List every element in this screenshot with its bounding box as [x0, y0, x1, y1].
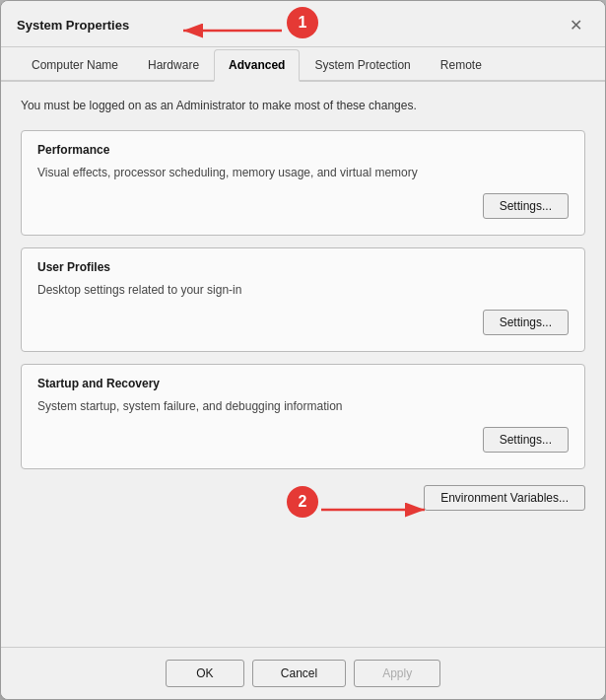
- env-variables-row: Environment Variables...: [21, 485, 585, 511]
- environment-variables-button[interactable]: Environment Variables...: [424, 485, 585, 511]
- window-title: System Properties: [17, 18, 129, 40]
- startup-recovery-title: Startup and Recovery: [37, 377, 569, 390]
- tab-bar: Computer Name Hardware Advanced System P…: [1, 47, 605, 82]
- tab-advanced[interactable]: Advanced: [214, 49, 300, 82]
- ok-button[interactable]: OK: [166, 660, 244, 687]
- user-profiles-desc: Desktop settings related to your sign-in: [37, 282, 569, 299]
- performance-settings-button[interactable]: Settings...: [483, 193, 569, 219]
- tab-computer-name[interactable]: Computer Name: [17, 49, 133, 82]
- tab-content: You must be logged on as an Administrato…: [1, 82, 605, 647]
- tab-hardware[interactable]: Hardware: [133, 49, 214, 82]
- tab-remote[interactable]: Remote: [426, 49, 497, 82]
- title-bar: System Properties ✕: [1, 1, 605, 47]
- admin-notice: You must be logged on as an Administrato…: [21, 98, 585, 114]
- tab-system-protection[interactable]: System Protection: [300, 49, 425, 82]
- user-profiles-title: User Profiles: [37, 260, 569, 274]
- close-button[interactable]: ✕: [562, 11, 589, 38]
- system-properties-window: System Properties ✕ Computer Name Hardwa…: [0, 0, 606, 700]
- user-profiles-section: User Profiles Desktop settings related t…: [21, 247, 585, 353]
- performance-desc: Visual effects, processor scheduling, me…: [37, 165, 569, 181]
- footer: OK Cancel Apply: [1, 647, 605, 699]
- performance-title: Performance: [37, 143, 569, 157]
- startup-recovery-settings-button[interactable]: Settings...: [483, 427, 569, 453]
- apply-button[interactable]: Apply: [354, 660, 440, 687]
- performance-section: Performance Visual effects, processor sc…: [21, 130, 585, 236]
- startup-recovery-section: Startup and Recovery System startup, sys…: [21, 364, 585, 469]
- user-profiles-settings-button[interactable]: Settings...: [483, 310, 569, 335]
- startup-recovery-desc: System startup, system failure, and debu…: [37, 398, 569, 415]
- cancel-button[interactable]: Cancel: [252, 660, 346, 687]
